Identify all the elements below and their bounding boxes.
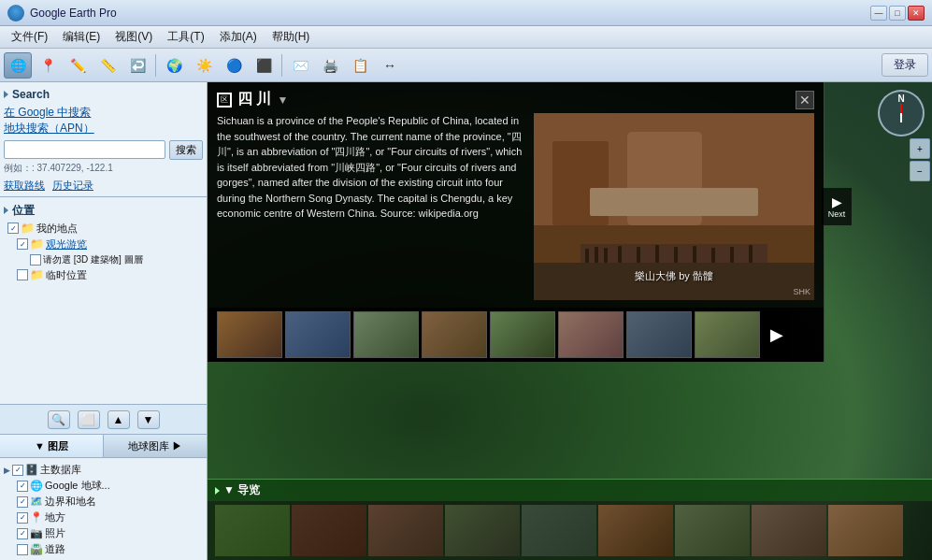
- toolbar-measure2-btn[interactable]: ↔️: [376, 52, 404, 79]
- side-icons: + −: [910, 138, 932, 181]
- minimize-button[interactable]: —: [870, 6, 887, 21]
- thumbnail-1[interactable]: [217, 311, 282, 358]
- tree-item-3d[interactable]: 请勿選 [3D 建築物] 圖層: [4, 252, 203, 267]
- toolbar-globe-btn[interactable]: 🌐: [4, 52, 32, 79]
- toolbar-record-btn[interactable]: ⬛: [250, 52, 278, 79]
- layers-item-google[interactable]: 🌐 Google 地球...: [4, 478, 203, 494]
- search-button[interactable]: 搜索: [169, 140, 203, 160]
- apn-search-link[interactable]: 地块搜索（APN）: [4, 121, 203, 136]
- toolbar-earth-btn[interactable]: 🌍: [160, 52, 188, 79]
- next-button[interactable]: ▶ Next: [822, 188, 852, 225]
- checkbox-3d[interactable]: [30, 254, 41, 266]
- nav-photo-5[interactable]: [522, 505, 596, 556]
- search-header: Search: [4, 86, 203, 105]
- checkbox-sightseeing[interactable]: [17, 238, 28, 250]
- compass-needle: [900, 104, 902, 122]
- login-button[interactable]: 登录: [882, 53, 928, 77]
- nav-up-btn[interactable]: ▲: [108, 410, 130, 429]
- info-close-button[interactable]: ✕: [796, 91, 814, 109]
- toolbar-draw-btn[interactable]: ✏️: [64, 52, 92, 79]
- menu-help[interactable]: 帮助(H): [265, 27, 318, 47]
- thumbnail-8[interactable]: [695, 311, 760, 358]
- compass-ring[interactable]: N: [878, 90, 925, 136]
- nav-photo-9[interactable]: [828, 505, 903, 556]
- layers-item-photos[interactable]: 📷 照片: [4, 525, 203, 541]
- left-panel: Search 在 Google 中搜索 地块搜索（APN） 搜索 例如：: 37…: [0, 82, 208, 560]
- svg-rect-5: [590, 188, 758, 216]
- toolbar-ocean-btn[interactable]: 🔵: [220, 52, 248, 79]
- toolbar-place-btn[interactable]: 📍: [34, 52, 62, 79]
- info-body: Sichuan is a province of the People's Re…: [208, 113, 824, 308]
- zoom-out-icon[interactable]: −: [910, 161, 930, 181]
- checkbox-roads[interactable]: [17, 544, 28, 555]
- get-directions-link[interactable]: 获取路线: [4, 179, 45, 193]
- location-icon: 区: [217, 93, 232, 108]
- nav-photo-3[interactable]: [368, 505, 443, 556]
- thumbnails-next-button[interactable]: ▶: [763, 311, 791, 358]
- close-button[interactable]: ✕: [908, 6, 925, 21]
- nav-panel: ▼ 导览: [208, 479, 932, 560]
- menu-edit[interactable]: 编辑(E): [55, 27, 108, 47]
- thumbnail-6[interactable]: [558, 311, 624, 358]
- nav-photo-1[interactable]: [215, 505, 290, 556]
- nav-search-btn[interactable]: 🔍: [48, 410, 70, 429]
- label-sightseeing: 观光游览: [46, 237, 87, 251]
- search-collapse-icon[interactable]: [4, 91, 8, 98]
- svg-rect-12: [655, 245, 659, 263]
- nav-photo-8[interactable]: [752, 505, 826, 556]
- zoom-in-icon[interactable]: +: [910, 138, 930, 159]
- thumbnail-3[interactable]: [353, 311, 419, 358]
- toolbar-sun-btn[interactable]: ☀️: [190, 52, 218, 79]
- menu-view[interactable]: 视图(V): [108, 27, 160, 47]
- checkbox-places[interactable]: [17, 512, 28, 524]
- places-collapse-icon[interactable]: [4, 207, 8, 214]
- toolbar-print-btn[interactable]: 🖨️: [316, 52, 344, 79]
- layers-expand-icon[interactable]: ▶: [4, 466, 10, 475]
- nav-photo-7[interactable]: [675, 505, 750, 556]
- compass-n-label: N: [897, 93, 904, 104]
- nav-down-btn[interactable]: ▼: [137, 410, 160, 429]
- toolbar-copy-btn[interactable]: 📋: [346, 52, 374, 79]
- info-dropdown-arrow[interactable]: ▼: [277, 93, 288, 107]
- search-section: Search 在 Google 中搜索 地块搜索（APN） 搜索 例如：: 37…: [0, 82, 207, 197]
- checkbox-photos[interactable]: [17, 528, 28, 539]
- toolbar-measure-btn[interactable]: 📏: [93, 52, 122, 79]
- checkbox-borders[interactable]: [17, 496, 28, 508]
- tree-item-myplaces[interactable]: 📁 我的地点: [7, 221, 203, 237]
- layers-header[interactable]: ▶ 🗄️ 主数据库: [4, 462, 203, 478]
- nav-panel-header: ▼ 导览: [208, 479, 932, 501]
- checkbox-main-db[interactable]: [12, 465, 23, 476]
- layers-item-places[interactable]: 📍 地方: [4, 510, 203, 525]
- menu-add[interactable]: 添加(A): [212, 27, 265, 47]
- nav-collapse-icon[interactable]: [215, 487, 220, 495]
- tree-item-sightseeing[interactable]: 📁 观光游览: [4, 237, 203, 252]
- layers-item-roads[interactable]: 🛣️ 道路: [4, 541, 203, 557]
- menu-bar: 文件(F) 编辑(E) 视图(V) 工具(T) 添加(A) 帮助(H): [0, 26, 932, 49]
- main-photo[interactable]: 樂山大佛 by 骷髏 SHK: [534, 113, 814, 300]
- maximize-button[interactable]: □: [889, 6, 906, 21]
- toolbar-mail-btn[interactable]: ✉️: [286, 52, 314, 79]
- thumbnail-7[interactable]: [626, 311, 692, 358]
- tab-layers[interactable]: ▼ 图层: [0, 435, 104, 457]
- google-search-link[interactable]: 在 Google 中搜索: [4, 105, 203, 121]
- thumbnail-5[interactable]: [490, 311, 555, 358]
- nav-photo-2[interactable]: [292, 505, 366, 556]
- search-row: 搜索: [4, 140, 203, 160]
- checkbox-google[interactable]: [17, 481, 28, 492]
- search-input[interactable]: [4, 140, 165, 159]
- tab-earth-library[interactable]: 地球图库 ▶: [104, 435, 207, 457]
- nav-photo-4[interactable]: [445, 505, 520, 556]
- thumbnail-2[interactable]: [285, 311, 351, 358]
- tree-item-temp[interactable]: 📁 临时位置: [4, 267, 203, 283]
- nav-square-btn[interactable]: ⬜: [78, 410, 100, 429]
- nav-photo-6[interactable]: [598, 505, 673, 556]
- history-link[interactable]: 历史记录: [52, 179, 93, 193]
- checkbox-temp[interactable]: [17, 269, 28, 280]
- menu-file[interactable]: 文件(F): [4, 27, 55, 47]
- places-title: 位置: [12, 203, 35, 219]
- menu-tools[interactable]: 工具(T): [160, 27, 211, 47]
- toolbar-refresh-btn[interactable]: ↩️: [123, 52, 151, 79]
- layers-item-borders[interactable]: 🗺️ 边界和地名: [4, 494, 203, 510]
- checkbox-myplaces[interactable]: [7, 223, 19, 234]
- thumbnail-4[interactable]: [422, 311, 487, 358]
